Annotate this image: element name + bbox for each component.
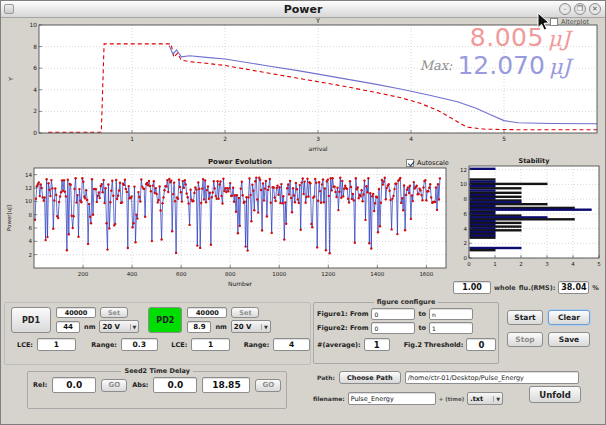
lce1-label: LCE: bbox=[17, 341, 33, 349]
energy-unit: μJ bbox=[548, 27, 571, 51]
maximize-button[interactable]: ❒ bbox=[574, 3, 586, 15]
svg-text:1: 1 bbox=[493, 261, 497, 267]
average-label: #(average): bbox=[317, 341, 361, 349]
minimize-button[interactable]: – bbox=[559, 3, 571, 15]
chevron-down-icon: ▼ bbox=[261, 324, 268, 330]
pd2-wl-field[interactable]: 8.9 bbox=[187, 321, 211, 333]
percent-label: % bbox=[592, 284, 599, 292]
path-label: Path: bbox=[317, 374, 335, 381]
threshold-field[interactable]: 0 bbox=[466, 338, 496, 351]
svg-text:12: 12 bbox=[460, 167, 467, 173]
filename-field[interactable]: Pulse_Energy bbox=[348, 392, 436, 405]
start-button[interactable]: Start bbox=[507, 310, 543, 325]
figure-configure-legend: figure configure bbox=[374, 298, 439, 306]
svg-text:arrival: arrival bbox=[308, 145, 327, 152]
svg-text:2: 2 bbox=[464, 240, 468, 246]
svg-text:10: 10 bbox=[25, 198, 32, 204]
current-energy-value: 8.005 bbox=[470, 23, 544, 52]
svg-text:1600: 1600 bbox=[419, 271, 433, 277]
titlebar[interactable]: Power – ❒ ✕ bbox=[1, 1, 605, 18]
lce2-field[interactable]: 1 bbox=[191, 338, 230, 351]
rms-value-field[interactable]: 38.04 bbox=[558, 281, 589, 294]
threshold-label: Fig.2 Threshold: bbox=[404, 341, 464, 349]
svg-text:5: 5 bbox=[502, 136, 506, 142]
figure1-from-field[interactable]: 0 bbox=[371, 308, 415, 320]
figure2-to-field[interactable]: 1 bbox=[429, 322, 473, 334]
path-row: Path: Choose Path /home/ctr-01/Desktop/P… bbox=[317, 371, 579, 384]
readout-current: 8.005μJ bbox=[470, 23, 571, 52]
range2-label: Range: bbox=[244, 341, 270, 349]
svg-text:8: 8 bbox=[464, 196, 468, 202]
rms-label: flu.(RMS): bbox=[519, 284, 556, 292]
svg-text:8: 8 bbox=[29, 212, 33, 218]
stability-stats-row: 1.00 whole flu.(RMS): 38.04 % bbox=[453, 281, 605, 294]
svg-text:1400: 1400 bbox=[370, 271, 384, 277]
pd2-voltage-select[interactable]: 20 V ▼ bbox=[231, 320, 271, 333]
autoscale-checkbox[interactable]: Autoscale bbox=[406, 159, 449, 167]
pd2-value-field[interactable]: 40000 bbox=[187, 307, 227, 318]
max-energy-value: 12.070 bbox=[457, 51, 544, 80]
svg-text:0: 0 bbox=[467, 261, 471, 267]
pd1-wl-field[interactable]: 44 bbox=[56, 321, 80, 333]
svg-text:5: 5 bbox=[597, 261, 601, 267]
mouse-cursor-icon bbox=[537, 12, 551, 31]
extension-select[interactable]: .txt ▼ bbox=[467, 392, 503, 405]
clear-button[interactable]: Clear bbox=[548, 310, 590, 325]
app-window: Power – ❒ ✕ 123450246810YarrivalY Alterp… bbox=[0, 0, 606, 425]
stop-button[interactable]: Stop bbox=[507, 332, 543, 347]
rel-go-button[interactable]: GO bbox=[101, 379, 127, 392]
svg-text:1000: 1000 bbox=[272, 271, 286, 277]
extension-value: .txt bbox=[470, 395, 483, 403]
figure2-from-field[interactable]: 0 bbox=[371, 322, 415, 334]
seed2-panel: Seed2 Time Delay Rel: 0.0 GO Abs: 0.0 18… bbox=[27, 367, 287, 409]
range1-field[interactable]: 0.3 bbox=[121, 338, 158, 351]
abs-field[interactable]: 0.0 bbox=[153, 377, 197, 393]
path-field[interactable]: /home/ctr-01/Desktop/Pulse_Energy bbox=[405, 371, 579, 384]
pd1-set-button[interactable]: Set bbox=[100, 307, 128, 318]
figure1-label: Figure1: From bbox=[317, 310, 368, 318]
pd1-button[interactable]: PD1 bbox=[11, 307, 51, 333]
stability-chart: 012345024681012Stability bbox=[455, 156, 605, 282]
svg-text:4: 4 bbox=[464, 226, 468, 232]
close-button[interactable]: ✕ bbox=[589, 3, 601, 15]
svg-text:0: 0 bbox=[33, 130, 37, 136]
svg-text:8: 8 bbox=[33, 44, 37, 50]
pd2-button[interactable]: PD2 bbox=[148, 307, 182, 333]
chevron-down-icon: ▼ bbox=[493, 396, 500, 402]
figure-configure-panel: figure configure Figure1: From 0 to n Fi… bbox=[313, 298, 499, 364]
svg-text:14: 14 bbox=[25, 172, 32, 178]
svg-text:6: 6 bbox=[464, 211, 468, 217]
average-field[interactable]: 1 bbox=[364, 338, 390, 351]
svg-text:2: 2 bbox=[29, 252, 33, 258]
choose-path-button[interactable]: Choose Path bbox=[339, 371, 401, 384]
svg-text:2: 2 bbox=[33, 108, 37, 114]
lce2-label: LCE: bbox=[171, 341, 187, 349]
svg-text:Number: Number bbox=[228, 280, 253, 287]
svg-text:6: 6 bbox=[33, 65, 37, 71]
save-button[interactable]: Save bbox=[548, 332, 590, 347]
to-label: to bbox=[418, 324, 426, 332]
abs-target-field[interactable]: 18.85 bbox=[202, 377, 250, 393]
figure1-to-field[interactable]: n bbox=[429, 308, 473, 320]
unfold-button[interactable]: Unfold bbox=[529, 386, 581, 403]
pd-panel: PD1 40000 Set 44 nm 20 V ▼ bbox=[4, 302, 311, 365]
svg-text:2: 2 bbox=[223, 136, 227, 142]
svg-text:0: 0 bbox=[464, 255, 468, 261]
seed2-legend: Seed2 Time Delay bbox=[121, 367, 193, 375]
readout-max: Max:12.070μJ bbox=[420, 51, 571, 80]
svg-text:1: 1 bbox=[130, 136, 134, 142]
whole-value-field[interactable]: 1.00 bbox=[453, 281, 491, 294]
range2-field[interactable]: 4 bbox=[273, 338, 310, 351]
pd1-voltage-select[interactable]: 20 V ▼ bbox=[99, 320, 139, 333]
energy-unit: μJ bbox=[549, 55, 571, 79]
rel-label: Rel: bbox=[33, 381, 47, 389]
max-label: Max: bbox=[420, 58, 453, 73]
pd1-value-field[interactable]: 40000 bbox=[56, 307, 96, 318]
rel-field[interactable]: 0.0 bbox=[52, 377, 96, 393]
abs-go-button[interactable]: GO bbox=[255, 379, 281, 392]
lce1-field[interactable]: 1 bbox=[37, 338, 76, 351]
svg-text:Power[uJ]: Power[uJ] bbox=[6, 205, 13, 231]
pd2-set-button[interactable]: Set bbox=[231, 307, 259, 318]
to-label: to bbox=[418, 310, 426, 318]
svg-text:4: 4 bbox=[571, 261, 575, 267]
